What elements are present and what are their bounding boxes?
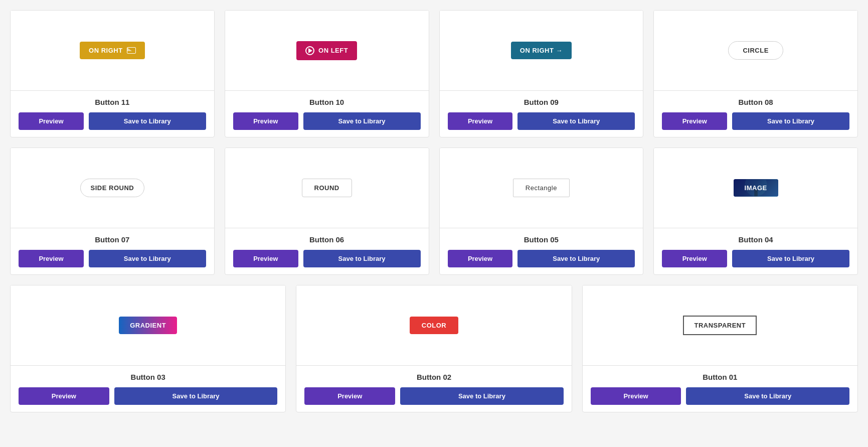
preview-button-btn09[interactable]: Preview	[448, 112, 513, 130]
preview-btn02: COLOR	[296, 285, 571, 366]
save-button-btn04[interactable]: Save to Library	[732, 250, 849, 267]
round-label: ROUND	[314, 184, 339, 192]
preview-button-btn07[interactable]: Preview	[19, 250, 84, 267]
card-title-btn02: Button 02	[304, 373, 563, 381]
preview-button-btn11[interactable]: Preview	[19, 112, 84, 130]
save-button-btn05[interactable]: Save to Library	[517, 250, 635, 267]
preview-button-btn05[interactable]: Preview	[448, 250, 513, 267]
on-right-label: ON RIGHT	[89, 47, 123, 54]
preview-btn01: TRANSPARENT	[583, 285, 857, 366]
preview-btn09: ON RIGHT →	[440, 11, 643, 91]
circle-label: CIRCLE	[743, 47, 768, 54]
preview-button-btn02[interactable]: Preview	[304, 387, 395, 405]
demo-button-round: ROUND	[302, 179, 352, 197]
card-btn04: IMAGE Button 04 Preview Save to Library	[653, 147, 858, 275]
demo-button-circle: CIRCLE	[728, 41, 783, 60]
save-button-btn02[interactable]: Save to Library	[400, 387, 564, 405]
card-actions-btn01: Preview Save to Library	[591, 387, 849, 405]
card-footer-btn02: Button 02 Preview Save to Library	[296, 366, 571, 412]
preview-btn08: CIRCLE	[654, 11, 857, 91]
on-left-label: ON LEFT	[318, 47, 348, 54]
card-title-btn01: Button 01	[591, 373, 849, 381]
card-title-btn03: Button 03	[19, 373, 277, 381]
card-title-btn06: Button 06	[233, 235, 421, 244]
transparent-label: TRANSPARENT	[694, 322, 746, 329]
save-button-btn09[interactable]: Save to Library	[517, 112, 635, 130]
card-btn11: ON RIGHT Button 11 Preview Save to Libra…	[10, 10, 215, 137]
card-actions-btn09: Preview Save to Library	[448, 112, 635, 130]
card-actions-btn11: Preview Save to Library	[19, 112, 206, 130]
preview-button-btn08[interactable]: Preview	[662, 112, 727, 130]
card-btn02: COLOR Button 02 Preview Save to Library	[296, 285, 572, 412]
demo-button-transparent: TRANSPARENT	[683, 316, 757, 335]
card-actions-btn05: Preview Save to Library	[448, 250, 635, 267]
side-round-label: SIDE ROUND	[91, 184, 134, 192]
save-button-btn06[interactable]: Save to Library	[303, 250, 421, 267]
card-footer-btn10: Button 10 Preview Save to Library	[225, 91, 429, 137]
card-actions-btn10: Preview Save to Library	[233, 112, 421, 130]
card-footer-btn04: Button 04 Preview Save to Library	[654, 228, 857, 274]
preview-btn07: SIDE ROUND	[11, 148, 214, 228]
demo-button-image: IMAGE	[734, 179, 778, 197]
card-title-btn10: Button 10	[233, 98, 421, 106]
demo-button-rectangle: Rectangle	[513, 179, 570, 197]
play-triangle	[308, 48, 312, 53]
preview-btn05: Rectangle	[440, 148, 643, 228]
preview-button-btn10[interactable]: Preview	[233, 112, 298, 130]
card-title-btn11: Button 11	[19, 98, 206, 106]
card-footer-btn01: Button 01 Preview Save to Library	[583, 366, 857, 412]
card-actions-btn02: Preview Save to Library	[304, 387, 563, 405]
demo-button-side-round: SIDE ROUND	[80, 179, 145, 197]
color-label: COLOR	[422, 322, 446, 329]
save-button-btn08[interactable]: Save to Library	[732, 112, 849, 130]
preview-btn06: ROUND	[225, 148, 429, 228]
card-btn03: GRADIENT Button 03 Preview Save to Libra…	[10, 285, 286, 412]
demo-button-on-right: ON RIGHT	[80, 42, 145, 59]
card-btn10: ON LEFT Button 10 Preview Save to Librar…	[225, 10, 429, 137]
demo-button-gradient: GRADIENT	[119, 317, 177, 334]
card-actions-btn03: Preview Save to Library	[19, 387, 277, 405]
envelope-icon	[127, 47, 136, 54]
card-actions-btn08: Preview Save to Library	[662, 112, 849, 130]
preview-button-btn01[interactable]: Preview	[591, 387, 681, 405]
demo-button-on-right-arrow: ON RIGHT →	[511, 42, 572, 59]
demo-button-on-left: ON LEFT	[296, 41, 357, 60]
preview-button-btn04[interactable]: Preview	[662, 250, 727, 267]
card-btn09: ON RIGHT → Button 09 Preview Save to Lib…	[439, 10, 644, 137]
save-button-btn01[interactable]: Save to Library	[686, 387, 849, 405]
card-btn01: TRANSPARENT Button 01 Preview Save to Li…	[582, 285, 858, 412]
preview-btn10: ON LEFT	[225, 11, 429, 91]
card-title-btn04: Button 04	[662, 235, 849, 244]
card-btn05: Rectangle Button 05 Preview Save to Libr…	[439, 147, 644, 275]
card-btn06: ROUND Button 06 Preview Save to Library	[225, 147, 429, 275]
card-btn08: CIRCLE Button 08 Preview Save to Library	[653, 10, 858, 137]
card-footer-btn06: Button 06 Preview Save to Library	[225, 228, 429, 274]
save-button-btn10[interactable]: Save to Library	[303, 112, 421, 130]
demo-button-color: COLOR	[410, 317, 458, 334]
card-title-btn09: Button 09	[448, 98, 635, 106]
card-footer-btn07: Button 07 Preview Save to Library	[11, 228, 214, 274]
card-footer-btn11: Button 11 Preview Save to Library	[11, 91, 214, 137]
preview-button-btn06[interactable]: Preview	[233, 250, 298, 267]
card-footer-btn08: Button 08 Preview Save to Library	[654, 91, 857, 137]
card-title-btn05: Button 05	[448, 235, 635, 244]
preview-btn11: ON RIGHT	[11, 11, 214, 91]
preview-btn04: IMAGE	[654, 148, 857, 228]
preview-btn03: GRADIENT	[11, 285, 285, 366]
save-button-btn07[interactable]: Save to Library	[89, 250, 206, 267]
rectangle-label: Rectangle	[526, 184, 557, 192]
card-footer-btn09: Button 09 Preview Save to Library	[440, 91, 643, 137]
card-btn07: SIDE ROUND Button 07 Preview Save to Lib…	[10, 147, 215, 275]
save-button-btn03[interactable]: Save to Library	[114, 387, 278, 405]
row3: GRADIENT Button 03 Preview Save to Libra…	[10, 285, 858, 412]
card-footer-btn05: Button 05 Preview Save to Library	[440, 228, 643, 274]
save-button-btn11[interactable]: Save to Library	[89, 112, 206, 130]
card-actions-btn07: Preview Save to Library	[19, 250, 206, 267]
card-actions-btn04: Preview Save to Library	[662, 250, 849, 267]
card-title-btn07: Button 07	[19, 235, 206, 244]
image-label: IMAGE	[745, 184, 767, 192]
preview-button-btn03[interactable]: Preview	[19, 387, 109, 405]
card-footer-btn03: Button 03 Preview Save to Library	[11, 366, 285, 412]
play-circle-icon	[305, 46, 314, 55]
card-actions-btn06: Preview Save to Library	[233, 250, 421, 267]
